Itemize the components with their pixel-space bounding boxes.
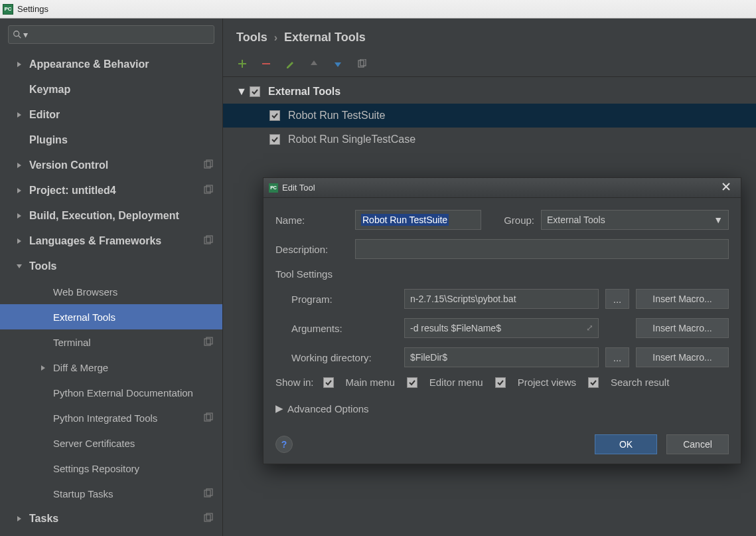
dialog-titlebar[interactable]: PC Edit Tool [264, 178, 741, 198]
content-panel: Tools › External Tools ▼ External Tools … [223, 19, 756, 536]
sidebar-item-settings-repository[interactable]: Settings Repository [0, 456, 222, 481]
group-label: External Tools [268, 86, 340, 98]
sidebar-item-diff-merge[interactable]: Diff & Merge [0, 355, 222, 380]
dialog-title: Edit Tool [282, 183, 315, 193]
list-toolbar [223, 52, 756, 77]
sidebar-item-startup-tasks[interactable]: Startup Tasks [0, 481, 222, 506]
search-input[interactable] [31, 30, 210, 40]
tool-list-item[interactable]: Robot Run SingleTestCase [223, 128, 756, 151]
description-label: Description: [275, 244, 348, 255]
sidebar-item-label: Diff & Merge [53, 362, 108, 373]
project-scope-icon [204, 235, 213, 247]
titlebar: PC Settings [0, 0, 756, 19]
description-field[interactable] [355, 239, 729, 259]
show-in-label: Show in: [275, 377, 314, 388]
checkbox[interactable] [323, 377, 334, 388]
add-button[interactable] [236, 58, 248, 70]
sidebar-item-languages-frameworks[interactable]: Languages & Frameworks [0, 228, 222, 254]
search-row: ▾ [0, 19, 222, 49]
working-directory-field[interactable] [404, 347, 599, 367]
window-title: Settings [17, 4, 48, 14]
show-in-option-project-views[interactable]: Project views [495, 377, 576, 388]
sidebar-item-server-certificates[interactable]: Server Certificates [0, 430, 222, 456]
breadcrumb-part[interactable]: Tools [236, 31, 267, 45]
tools-group-row[interactable]: ▼ External Tools [223, 80, 756, 104]
svg-line-1 [19, 36, 21, 39]
sidebar-item-plugins[interactable]: Plugins [0, 128, 222, 153]
insert-macro-arguments-button[interactable]: Insert Macro... [636, 318, 729, 338]
advanced-label: Advanced Options [287, 403, 369, 414]
close-icon [721, 182, 731, 191]
sidebar-item-appearance-behavior[interactable]: Appearance & Behavior [0, 52, 222, 77]
sidebar-item-tools[interactable]: Tools [0, 254, 222, 279]
chevron-right-icon [16, 210, 24, 222]
show-in-option-editor-menu[interactable]: Editor menu [407, 377, 483, 388]
sidebar-item-label: Web Browsers [53, 286, 117, 298]
search-input-container[interactable]: ▾ [8, 25, 214, 44]
sidebar-item-label: Build, Execution, Deployment [29, 210, 179, 222]
expand-icon[interactable]: ⤢ [586, 323, 593, 333]
checkbox[interactable] [250, 86, 260, 97]
tool-list-item[interactable]: Robot Run TestSuite [223, 104, 756, 128]
insert-macro-program-button[interactable]: Insert Macro... [636, 289, 729, 309]
show-in-option-main-menu[interactable]: Main menu [323, 377, 395, 388]
sidebar-item-external-tools[interactable]: External Tools [0, 304, 222, 329]
settings-tree: Appearance & BehaviorKeymapEditorPlugins… [0, 49, 222, 536]
group-value: External Tools [547, 215, 605, 225]
browse-working-directory-button[interactable]: ... [605, 347, 629, 367]
chevron-right-icon [16, 159, 24, 171]
close-button[interactable] [716, 180, 737, 193]
sidebar-item-label: Tools [29, 260, 56, 272]
sidebar-item-tasks[interactable]: Tasks [0, 506, 222, 531]
checkbox[interactable] [269, 134, 280, 145]
sidebar-item-label: Keymap [29, 84, 70, 96]
working-directory-label: Working directory: [291, 352, 398, 363]
sidebar-item-keymap[interactable]: Keymap [0, 77, 222, 102]
copy-button[interactable] [356, 58, 368, 70]
sidebar-item-label: Plugins [29, 134, 68, 146]
tools-list: ▼ External Tools Robot Run TestSuiteRobo… [223, 77, 756, 151]
sidebar-item-terminal[interactable]: Terminal [0, 329, 222, 355]
program-field[interactable] [404, 289, 599, 309]
advanced-options-toggle[interactable]: ▶ Advanced Options [275, 402, 729, 414]
sidebar-item-python-integrated-tools[interactable]: Python Integrated Tools [0, 405, 222, 430]
option-label: Project views [518, 377, 576, 388]
arguments-field[interactable] [404, 318, 599, 338]
sidebar-item-build-execution-deployment[interactable]: Build, Execution, Deployment [0, 203, 222, 228]
main: ▾ Appearance & BehaviorKeymapEditorPlugi… [0, 19, 756, 536]
checkbox[interactable] [269, 110, 280, 121]
arguments-label: Arguments: [291, 323, 398, 334]
project-scope-icon [204, 337, 213, 348]
chevron-right-icon [16, 109, 24, 121]
option-label: Search result [611, 377, 669, 388]
sidebar-item-label: Python External Documentation [53, 387, 193, 399]
sidebar-item-editor[interactable]: Editor [0, 102, 222, 128]
sidebar-item-label: Python Integrated Tools [53, 412, 157, 424]
sidebar-item-version-control[interactable]: Version Control [0, 153, 222, 178]
group-label: Group: [488, 215, 534, 226]
edit-button[interactable] [284, 58, 296, 70]
checkbox[interactable] [495, 377, 506, 388]
chevron-right-icon [16, 58, 24, 70]
sidebar-item-web-browsers[interactable]: Web Browsers [0, 279, 222, 304]
sidebar-item-label: Languages & Frameworks [29, 235, 161, 247]
group-dropdown[interactable]: External Tools ▼ [541, 210, 729, 230]
sidebar-item-project-untitled4[interactable]: Project: untitled4 [0, 178, 222, 203]
checkbox[interactable] [588, 377, 599, 388]
move-up-button[interactable] [308, 58, 320, 70]
chevron-down-icon: ▼ [714, 215, 723, 225]
move-down-button[interactable] [332, 58, 344, 70]
help-button[interactable]: ? [275, 436, 293, 453]
remove-button[interactable] [260, 58, 272, 70]
show-in-option-search-result[interactable]: Search result [588, 377, 669, 388]
insert-macro-wdir-button[interactable]: Insert Macro... [636, 347, 729, 367]
project-scope-icon [204, 488, 213, 499]
sidebar-item-python-external-documentation[interactable]: Python External Documentation [0, 380, 222, 405]
project-scope-icon [204, 513, 213, 525]
checkbox[interactable] [407, 377, 417, 388]
cancel-button[interactable]: Cancel [666, 434, 729, 454]
browse-program-button[interactable]: ... [605, 289, 629, 309]
ok-button[interactable]: OK [595, 434, 657, 454]
tool-label: Robot Run SingleTestCase [288, 134, 416, 145]
name-field[interactable]: Robot Run TestSuite [355, 210, 481, 230]
